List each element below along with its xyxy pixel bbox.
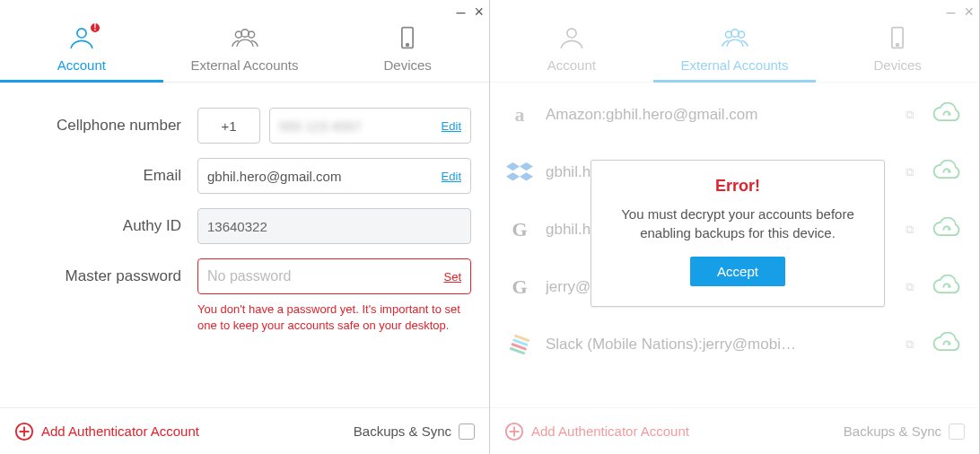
authy-label: Authy ID — [11, 217, 197, 235]
svg-point-0 — [77, 29, 86, 38]
tab-account[interactable]: Account — [0, 0, 163, 82]
svg-point-3 — [241, 30, 249, 38]
alert-badge-icon — [89, 22, 101, 34]
email-value: gbhil.hero@gmail.com — [207, 169, 341, 184]
people-icon — [230, 25, 260, 50]
phone-icon — [392, 25, 423, 50]
svg-point-5 — [407, 44, 409, 47]
error-modal: Error! You must decrypt your accounts be… — [591, 160, 885, 307]
email-label: Email — [11, 167, 197, 185]
cell-number-value: 555 123 4567 — [279, 118, 362, 134]
tab-devices-label: Devices — [384, 57, 432, 73]
master-helper-text: You don't have a password yet. It's impo… — [197, 301, 471, 333]
modal-body: You must decrypt your accounts before en… — [609, 205, 866, 242]
accept-button[interactable]: Accept — [690, 257, 785, 286]
tab-external-label: External Accounts — [190, 57, 298, 73]
form-area: Cellphone number +1 555 123 4567 Edit Em… — [0, 83, 489, 407]
window-controls: – × — [456, 4, 484, 20]
cell-cc-field[interactable]: +1 — [197, 108, 260, 144]
bottom-bar: Add Authenticator Account Backups & Sync — [0, 407, 489, 454]
email-field[interactable]: gbhil.hero@gmail.com Edit — [197, 158, 471, 194]
master-label: Master password — [11, 267, 197, 285]
master-placeholder: No password — [207, 268, 291, 284]
tab-external[interactable]: External Accounts — [163, 0, 327, 82]
modal-title: Error! — [609, 177, 866, 196]
cell-edit-link[interactable]: Edit — [442, 119, 461, 133]
cell-label: Cellphone number — [11, 117, 197, 135]
left-window: – × Account External Accounts Devices — [0, 0, 490, 454]
close-icon[interactable]: × — [474, 4, 484, 20]
backups-checkbox[interactable] — [459, 423, 475, 440]
backups-sync-toggle[interactable]: Backups & Sync — [354, 423, 475, 440]
email-edit-link[interactable]: Edit — [442, 170, 461, 183]
plus-circle-icon — [14, 422, 34, 441]
master-password-field[interactable]: No password Set — [197, 258, 471, 294]
master-set-link[interactable]: Set — [443, 270, 461, 284]
tab-account-label: Account — [57, 57, 106, 73]
authy-id-value: 13640322 — [207, 219, 267, 234]
tab-bar: Account External Accounts Devices — [0, 0, 489, 83]
right-window: – × Account External Accounts Devices a — [490, 0, 980, 454]
cell-number-field[interactable]: 555 123 4567 Edit — [269, 108, 471, 144]
add-authenticator-button[interactable]: Add Authenticator Account — [14, 422, 199, 441]
minimize-icon[interactable]: – — [456, 4, 465, 20]
authy-id-field: 13640322 — [197, 208, 471, 244]
